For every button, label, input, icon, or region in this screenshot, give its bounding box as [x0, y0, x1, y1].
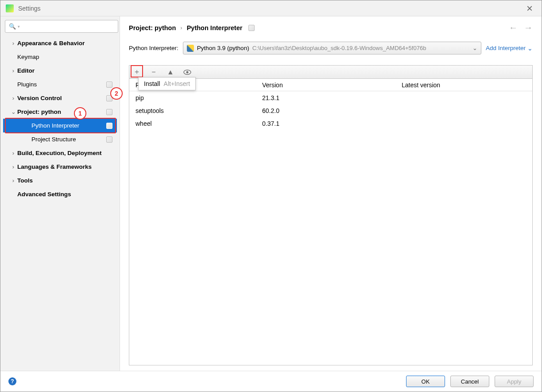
breadcrumb-item[interactable]: Project: python: [129, 24, 176, 31]
upgrade-package-button[interactable]: ▲: [166, 68, 175, 76]
sidebar-item-python-interpreter[interactable]: Python Interpreter: [3, 119, 117, 132]
package-name: wheel: [129, 120, 262, 127]
sidebar-item-version-control[interactable]: ›Version Control: [3, 91, 117, 105]
apply-button: Apply: [495, 376, 534, 387]
chevron-right-icon: ›: [10, 163, 16, 170]
package-row[interactable]: pip21.3.1: [129, 91, 532, 104]
app-icon: [6, 4, 14, 12]
svg-point-1: [186, 71, 189, 73]
package-row[interactable]: setuptools60.2.0: [129, 104, 532, 117]
help-button[interactable]: ?: [8, 377, 16, 385]
breadcrumb: Project: python › Python Interpreter ← →: [129, 23, 533, 33]
python-icon: [187, 45, 194, 52]
column-header-version[interactable]: Version: [262, 82, 397, 89]
main-panel: Project: python › Python Interpreter ← →…: [120, 16, 542, 371]
tree-label: Advanced Settings: [17, 191, 71, 198]
chevron-right-icon: ›: [180, 24, 182, 31]
sidebar-item-plugins[interactable]: Plugins: [3, 78, 117, 91]
tree-label: Editor: [17, 67, 35, 74]
tree-label: Project Structure: [31, 136, 76, 143]
chevron-right-icon: ›: [10, 67, 16, 74]
tree-label: Version Control: [17, 95, 62, 101]
sidebar-item-build-execution-deployment[interactable]: ›Build, Execution, Deployment: [3, 146, 117, 160]
close-button[interactable]: ×: [523, 2, 536, 15]
chevron-right-icon: ›: [10, 40, 16, 47]
interpreter-select[interactable]: Python 3.9 (python) C:\Users\fan3z\Deskt…: [183, 42, 481, 54]
ok-button[interactable]: OK: [406, 376, 445, 387]
tree-label: Languages & Frameworks: [17, 163, 92, 170]
search-input[interactable]: 🔍 ▾: [5, 20, 118, 33]
chevron-down-icon: ⌄: [527, 45, 533, 52]
window-title: Settings: [18, 5, 41, 12]
column-header-latest[interactable]: Latest version: [397, 82, 532, 89]
tree-label: Project: python: [17, 109, 61, 115]
add-interpreter-button[interactable]: Add Interpreter ⌄: [486, 45, 533, 52]
sidebar-item-editor[interactable]: ›Editor: [3, 64, 117, 78]
chevron-right-icon: ›: [10, 177, 16, 184]
tree-label: Build, Execution, Deployment: [17, 150, 102, 156]
project-icon: [248, 25, 255, 31]
sidebar-item-appearance-behavior[interactable]: ›Appearance & Behavior: [3, 36, 117, 50]
sidebar-item-project-structure[interactable]: Project Structure: [3, 132, 117, 146]
project-icon: [106, 136, 112, 143]
tree-label: Python Interpreter: [31, 122, 79, 129]
package-version: 60.2.0: [262, 107, 397, 114]
project-icon: [106, 123, 112, 129]
highlight-box: [131, 65, 143, 78]
packages-toolbar: ＋ − ▲ Install Alt+Insert: [129, 66, 532, 79]
package-name: setuptools: [129, 107, 262, 114]
sidebar-item-project-python[interactable]: ⌄Project: python: [3, 105, 117, 119]
tree-label: Keymap: [17, 54, 39, 60]
remove-package-button[interactable]: −: [149, 68, 159, 76]
tree-label: Tools: [17, 177, 33, 184]
package-version: 21.3.1: [262, 94, 397, 101]
sidebar-item-advanced-settings[interactable]: Advanced Settings: [3, 187, 117, 201]
show-early-releases-button[interactable]: [182, 70, 192, 75]
project-icon: [106, 82, 112, 88]
sidebar: 🔍 ▾ ›Appearance & BehaviorKeymap›EditorP…: [0, 16, 120, 371]
add-package-button[interactable]: ＋: [132, 67, 142, 77]
chevron-right-icon: ›: [10, 95, 16, 101]
footer: ? OK Cancel Apply: [0, 371, 542, 392]
titlebar: Settings ×: [0, 0, 542, 16]
sidebar-item-tools[interactable]: ›Tools: [3, 174, 117, 187]
package-name: pip: [129, 94, 262, 101]
tree-label: Plugins: [17, 81, 37, 88]
breadcrumb-item: Python Interpreter: [187, 24, 243, 31]
packages-panel: ＋ − ▲ Install Alt+Insert Package Vers: [129, 65, 533, 365]
project-icon: [106, 109, 112, 115]
nav-forward-button[interactable]: →: [524, 23, 533, 33]
tree-label: Appearance & Behavior: [17, 40, 85, 47]
search-icon: 🔍: [9, 23, 16, 30]
sidebar-item-keymap[interactable]: Keymap: [3, 50, 117, 64]
interpreter-label: Python Interpreter:: [129, 45, 178, 51]
cancel-button[interactable]: Cancel: [450, 376, 489, 387]
tooltip: Install Alt+Insert: [138, 77, 196, 90]
search-chevron-icon: ▾: [18, 24, 20, 29]
chevron-right-icon: ›: [10, 150, 16, 156]
sidebar-item-languages-frameworks[interactable]: ›Languages & Frameworks: [3, 160, 117, 174]
chevron-down-icon: ⌄: [472, 45, 477, 51]
package-version: 0.37.1: [262, 120, 397, 127]
chevron-down-icon: ⌄: [10, 109, 16, 115]
project-icon: [106, 95, 112, 101]
package-row[interactable]: wheel0.37.1: [129, 117, 532, 130]
nav-back-button[interactable]: ←: [509, 23, 518, 33]
